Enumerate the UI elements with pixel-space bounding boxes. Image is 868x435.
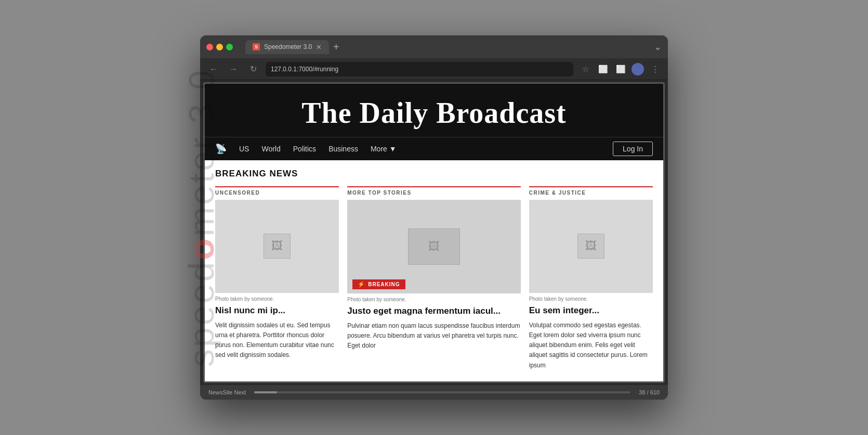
article-image-2: 🖼 ⚡ BREAKING bbox=[347, 200, 521, 293]
back-button[interactable]: ← bbox=[206, 62, 221, 76]
article-title-1[interactable]: Nisl nunc mi ip... bbox=[215, 305, 339, 316]
nav-business[interactable]: Business bbox=[328, 145, 358, 153]
article-col-2: MORE TOP STORIES 🖼 ⚡ BREAKING Photo take… bbox=[347, 186, 521, 370]
tab-favicon: S bbox=[253, 43, 260, 50]
url-input[interactable] bbox=[266, 62, 573, 76]
bookmark-icon[interactable]: ☆ bbox=[578, 62, 592, 76]
newspaper-title: The Daily Broadcast bbox=[215, 98, 653, 127]
photo-credit-1: Photo taken by someone. bbox=[215, 296, 339, 302]
breaking-badge-label: BREAKING bbox=[368, 282, 400, 287]
breaking-news-header: BREAKING NEWS bbox=[215, 169, 653, 179]
article-body-3: Volutpat commodo sed egestas egestas. Eg… bbox=[529, 321, 653, 370]
tab-title: Speedometer 3.0 bbox=[264, 43, 312, 50]
traffic-lights bbox=[206, 44, 233, 50]
active-tab[interactable]: S Speedometer 3.0 ✕ bbox=[245, 40, 329, 54]
progress-bar bbox=[254, 391, 630, 393]
progress-left-label: NewsSite Next bbox=[208, 389, 246, 395]
section-label-2: MORE TOP STORIES bbox=[347, 186, 521, 196]
article-body-2: Pulvinar etiam non quam lacus suspendiss… bbox=[347, 321, 521, 351]
login-button[interactable]: Log In bbox=[613, 142, 653, 156]
nav-more[interactable]: More ▼ bbox=[371, 145, 397, 153]
site-frame: The Daily Broadcast 📡 US World Politics … bbox=[203, 82, 665, 383]
image-icon-2: 🖼 bbox=[428, 240, 440, 253]
article-image-3: 🖼 bbox=[529, 200, 653, 293]
forward-button[interactable]: → bbox=[226, 62, 241, 76]
photo-credit-3: Photo taken by someone. bbox=[529, 296, 653, 302]
reload-button[interactable]: ↻ bbox=[246, 62, 260, 76]
image-icon-3: 🖼 bbox=[585, 239, 597, 253]
article-image-1: 🖼 bbox=[215, 200, 339, 293]
profile-icon[interactable]: ⬜ bbox=[614, 62, 627, 76]
progress-count: 38 / 610 bbox=[639, 389, 660, 395]
address-bar: ← → ↻ ☆ ⬜ ⬜ ⋮ bbox=[200, 58, 668, 80]
tab-bar: S Speedometer 3.0 ✕ + ⌄ bbox=[245, 40, 662, 54]
image-icon-1: 🖼 bbox=[271, 239, 283, 253]
article-title-3[interactable]: Eu sem integer... bbox=[529, 305, 653, 316]
tab-close-button[interactable]: ✕ bbox=[316, 43, 322, 51]
new-tab-button[interactable]: + bbox=[329, 41, 344, 53]
browser-window: S Speedometer 3.0 ✕ + ⌄ ← → ↻ ☆ ⬜ ⬜ ⋮ Th… bbox=[200, 35, 668, 400]
arrow-icon: ⚡ bbox=[358, 281, 365, 288]
image-placeholder-inner-2: 🖼 bbox=[408, 228, 460, 265]
minimize-button[interactable] bbox=[216, 44, 223, 50]
article-title-2[interactable]: Justo eget magna fermentum iacul... bbox=[347, 305, 521, 317]
article-col-1: UNCENSORED 🖼 Photo taken by someone. Nis… bbox=[215, 186, 339, 370]
nav-us[interactable]: US bbox=[239, 145, 249, 153]
image-placeholder-inner-3: 🖼 bbox=[577, 234, 604, 259]
article-body-1: Velit dignissim sodales ut eu. Sed tempu… bbox=[215, 321, 339, 361]
articles-grid: UNCENSORED 🖼 Photo taken by someone. Nis… bbox=[215, 186, 653, 370]
newspaper-nav: 📡 US World Politics Business More ▼ Log … bbox=[205, 137, 663, 160]
title-bar: S Speedometer 3.0 ✕ + ⌄ bbox=[200, 35, 668, 58]
satellite-icon: 📡 bbox=[215, 143, 227, 155]
newspaper-header: The Daily Broadcast bbox=[205, 84, 663, 137]
avatar[interactable] bbox=[632, 63, 644, 75]
section-label-3: CRIME & JUSTICE bbox=[529, 186, 653, 196]
tab-dropdown-button[interactable]: ⌄ bbox=[654, 41, 662, 53]
breaking-badge: ⚡ BREAKING bbox=[352, 279, 405, 289]
toolbar-icons: ☆ ⬜ ⬜ ⋮ bbox=[578, 62, 662, 76]
extensions-icon[interactable]: ⬜ bbox=[596, 62, 610, 76]
article-col-3: CRIME & JUSTICE 🖼 Photo taken by someone… bbox=[529, 186, 653, 370]
maximize-button[interactable] bbox=[226, 44, 233, 50]
photo-credit-2: Photo taken by someone. bbox=[347, 297, 521, 302]
newspaper-content: BREAKING NEWS UNCENSORED 🖼 Photo taken b… bbox=[205, 160, 663, 381]
progress-bar-fill bbox=[254, 391, 277, 393]
image-placeholder-inner-1: 🖼 bbox=[264, 234, 291, 259]
nav-more-label: More bbox=[371, 145, 387, 153]
bottom-bar: NewsSite Next 38 / 610 bbox=[200, 385, 668, 400]
close-button[interactable] bbox=[206, 44, 213, 50]
nav-world[interactable]: World bbox=[261, 145, 280, 153]
menu-icon[interactable]: ⋮ bbox=[648, 62, 662, 76]
nav-politics[interactable]: Politics bbox=[293, 145, 316, 153]
chevron-down-icon: ▼ bbox=[389, 145, 397, 153]
section-label-1: UNCENSORED bbox=[215, 186, 339, 196]
